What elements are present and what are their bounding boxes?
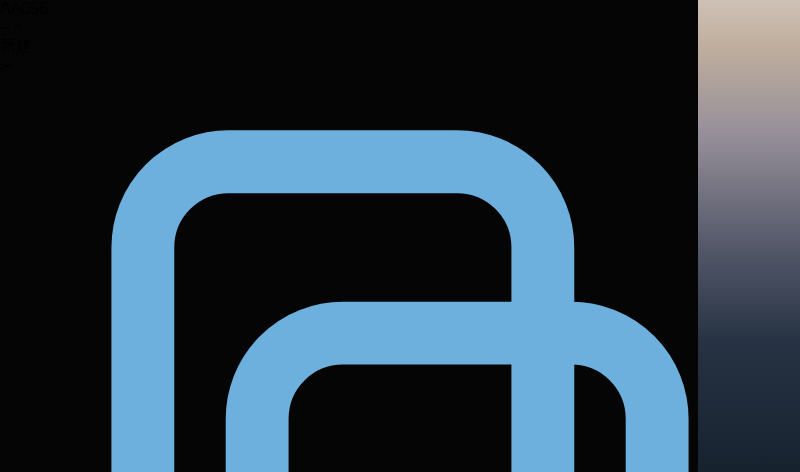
close-button[interactable]: ×: [13, 18, 22, 35]
title-bar: AA056 – ×: [0, 0, 800, 36]
window-title: AA056: [0, 0, 48, 17]
new-button[interactable]: 新建: [0, 36, 800, 57]
desktop-wallpaper-bottom: [640, 450, 800, 472]
minimize-button[interactable]: –: [0, 18, 9, 35]
new-label: 新建: [0, 37, 32, 54]
cut-icon: ✂: [0, 58, 13, 75]
desktop-wallpaper: [698, 0, 800, 472]
command-bar: 新建 ✂ ⇅ 排序 ≡ 查看: [0, 36, 800, 472]
window-controls: – ×: [0, 18, 800, 36]
copy-icon: [0, 76, 800, 472]
cut-button[interactable]: ✂: [0, 57, 800, 76]
copy-button[interactable]: [0, 76, 800, 472]
file-explorer-window: AA056 – × 新建 ✂ ⇅ 排: [0, 0, 800, 472]
